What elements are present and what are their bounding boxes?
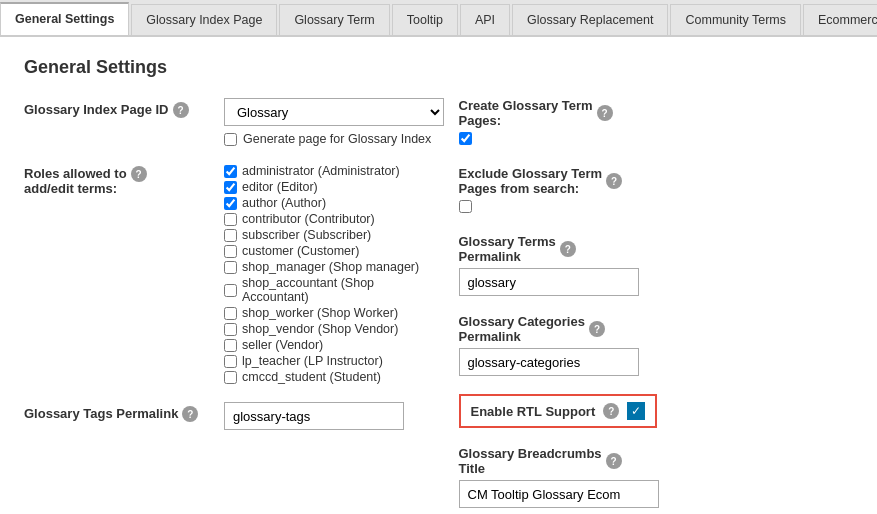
- enable-rtl-box: Enable RTL Support ? ✓: [459, 394, 658, 428]
- list-item: cmccd_student (Student): [224, 370, 439, 384]
- role-shop-worker-checkbox[interactable]: [224, 307, 237, 320]
- categories-permalink-input[interactable]: [459, 348, 639, 376]
- right-column: Create Glossary Term Pages: ? Exclude Gl…: [439, 98, 854, 514]
- categories-permalink-row: Glossary Categories Permalink ?: [459, 314, 854, 376]
- settings-layout: Glossary Index Page ID ? Glossary Genera…: [24, 98, 853, 514]
- role-customer-checkbox[interactable]: [224, 245, 237, 258]
- role-subscriber-checkbox[interactable]: [224, 229, 237, 242]
- breadcrumbs-title-field: [459, 480, 854, 508]
- tags-permalink-row: Glossary Tags Permalink ?: [24, 402, 439, 430]
- categories-permalink-label: Glossary Categories Permalink ?: [459, 314, 854, 344]
- exclude-term-pages-field: [459, 200, 854, 216]
- role-subscriber-label: subscriber (Subscriber): [242, 228, 371, 242]
- create-term-pages-field: [459, 132, 854, 148]
- enable-rtl-checkbox[interactable]: ✓: [627, 402, 645, 420]
- role-customer-label: customer (Customer): [242, 244, 359, 258]
- enable-rtl-label: Enable RTL Support: [471, 404, 596, 419]
- exclude-term-pages-row: Exclude Glossary Term Pages from search:…: [459, 166, 854, 216]
- breadcrumbs-title-input[interactable]: [459, 480, 659, 508]
- terms-permalink-input[interactable]: [459, 268, 639, 296]
- list-item: administrator (Administrator): [224, 164, 439, 178]
- page-title: General Settings: [24, 57, 853, 78]
- enable-rtl-help-icon[interactable]: ?: [603, 403, 619, 419]
- tab-glossary-replacement[interactable]: Glossary Replacement: [512, 4, 668, 35]
- exclude-term-pages-label: Exclude Glossary Term Pages from search:…: [459, 166, 854, 196]
- role-editor-label: editor (Editor): [242, 180, 318, 194]
- roles-label: Roles allowed to add/edit terms: ?: [24, 164, 224, 196]
- role-editor-checkbox[interactable]: [224, 181, 237, 194]
- generate-page-row: Generate page for Glossary Index: [224, 132, 444, 146]
- breadcrumbs-title-row: Glossary Breadcrumbs Title ?: [459, 446, 854, 508]
- glossary-index-select[interactable]: Glossary: [224, 98, 444, 126]
- role-administrator-label: administrator (Administrator): [242, 164, 400, 178]
- roles-help-icon[interactable]: ?: [131, 166, 147, 182]
- role-shop-vendor-checkbox[interactable]: [224, 323, 237, 336]
- role-shop-worker-label: shop_worker (Shop Worker): [242, 306, 398, 320]
- categories-permalink-help-icon[interactable]: ?: [589, 321, 605, 337]
- list-item: author (Author): [224, 196, 439, 210]
- role-contributor-label: contributor (Contributor): [242, 212, 375, 226]
- role-author-checkbox[interactable]: [224, 197, 237, 210]
- exclude-term-pages-checkbox[interactable]: [459, 200, 472, 213]
- generate-page-label: Generate page for Glossary Index: [243, 132, 431, 146]
- tabs-bar: General Settings Glossary Index Page Glo…: [0, 0, 877, 37]
- tags-permalink-input[interactable]: [224, 402, 404, 430]
- roles-row: Roles allowed to add/edit terms: ? admin…: [24, 164, 439, 384]
- tab-glossary-term[interactable]: Glossary Term: [279, 4, 389, 35]
- create-term-pages-help-icon[interactable]: ?: [597, 105, 613, 121]
- tags-permalink-help-icon[interactable]: ?: [182, 406, 198, 422]
- terms-permalink-row: Glossary Terms Permalink ?: [459, 234, 854, 296]
- list-item: seller (Vendor): [224, 338, 439, 352]
- terms-permalink-field: [459, 268, 854, 296]
- role-shop-manager-checkbox[interactable]: [224, 261, 237, 274]
- tab-glossary-index-page[interactable]: Glossary Index Page: [131, 4, 277, 35]
- list-item: contributor (Contributor): [224, 212, 439, 226]
- role-cmccd-student-label: cmccd_student (Student): [242, 370, 381, 384]
- main-content: General Settings Glossary Index Page ID …: [0, 37, 877, 514]
- generate-page-checkbox[interactable]: [224, 133, 237, 146]
- tab-community-terms[interactable]: Community Terms: [670, 4, 800, 35]
- role-shop-manager-label: shop_manager (Shop manager): [242, 260, 419, 274]
- role-lp-teacher-checkbox[interactable]: [224, 355, 237, 368]
- create-term-pages-label: Create Glossary Term Pages: ?: [459, 98, 854, 128]
- role-contributor-checkbox[interactable]: [224, 213, 237, 226]
- list-item: shop_vendor (Shop Vendor): [224, 322, 439, 336]
- role-lp-teacher-label: lp_teacher (LP Instructor): [242, 354, 383, 368]
- list-item: customer (Customer): [224, 244, 439, 258]
- role-seller-label: seller (Vendor): [242, 338, 323, 352]
- enable-rtl-row: Enable RTL Support ? ✓: [459, 394, 854, 428]
- list-item: subscriber (Subscriber): [224, 228, 439, 242]
- list-item: lp_teacher (LP Instructor): [224, 354, 439, 368]
- create-term-pages-checkbox[interactable]: [459, 132, 472, 145]
- list-item: shop_manager (Shop manager): [224, 260, 439, 274]
- roles-field: administrator (Administrator) editor (Ed…: [224, 164, 439, 384]
- tab-tooltip[interactable]: Tooltip: [392, 4, 458, 35]
- role-author-label: author (Author): [242, 196, 326, 210]
- list-item: shop_worker (Shop Worker): [224, 306, 439, 320]
- categories-permalink-field: [459, 348, 854, 376]
- tags-permalink-field: [224, 402, 439, 430]
- tab-ecommerce[interactable]: Ecommerce: [803, 4, 877, 35]
- glossary-index-page-row: Glossary Index Page ID ? Glossary Genera…: [24, 98, 439, 146]
- list-item: editor (Editor): [224, 180, 439, 194]
- terms-permalink-label: Glossary Terms Permalink ?: [459, 234, 854, 264]
- role-shop-accountant-label: shop_accountant (Shop Accountant): [242, 276, 439, 304]
- breadcrumbs-title-label: Glossary Breadcrumbs Title ?: [459, 446, 854, 476]
- breadcrumbs-title-help-icon[interactable]: ?: [606, 453, 622, 469]
- role-seller-checkbox[interactable]: [224, 339, 237, 352]
- glossary-index-help-icon[interactable]: ?: [173, 102, 189, 118]
- exclude-term-pages-help-icon[interactable]: ?: [606, 173, 622, 189]
- role-shop-accountant-checkbox[interactable]: [224, 284, 237, 297]
- tab-api[interactable]: API: [460, 4, 510, 35]
- list-item: shop_accountant (Shop Accountant): [224, 276, 439, 304]
- tab-general-settings[interactable]: General Settings: [0, 2, 129, 35]
- glossary-index-field: Glossary Generate page for Glossary Inde…: [224, 98, 444, 146]
- role-shop-vendor-label: shop_vendor (Shop Vendor): [242, 322, 398, 336]
- create-term-pages-row: Create Glossary Term Pages: ?: [459, 98, 854, 148]
- role-cmccd-student-checkbox[interactable]: [224, 371, 237, 384]
- tags-permalink-label: Glossary Tags Permalink ?: [24, 402, 224, 422]
- glossary-index-label: Glossary Index Page ID ?: [24, 98, 224, 118]
- left-column: Glossary Index Page ID ? Glossary Genera…: [24, 98, 439, 514]
- role-administrator-checkbox[interactable]: [224, 165, 237, 178]
- terms-permalink-help-icon[interactable]: ?: [560, 241, 576, 257]
